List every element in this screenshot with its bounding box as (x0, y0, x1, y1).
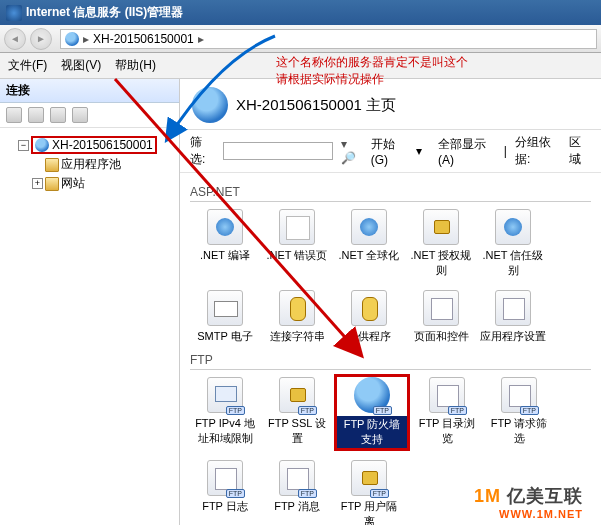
feature-item[interactable]: FTPFTP 请求筛选 (484, 374, 554, 451)
folder-icon (45, 158, 59, 172)
feature-item[interactable]: .NET 信任级别 (478, 206, 548, 281)
feature-label: 应用程序设置 (480, 329, 546, 344)
ftp-badge-icon: FTP (298, 489, 317, 498)
feature-item[interactable]: .NET 编译 (190, 206, 260, 281)
folder-icon (45, 177, 59, 191)
feature-label: FTP 用户隔离 (336, 499, 402, 525)
feature-label: FTP 目录浏览 (414, 416, 480, 446)
chevron-right-icon: ▸ (198, 32, 204, 46)
ftp-badge-icon: FTP (520, 406, 539, 415)
window-title: Internet 信息服务 (IIS)管理器 (26, 4, 183, 21)
window-titlebar: Internet 信息服务 (IIS)管理器 (0, 0, 601, 25)
toolbar-button[interactable] (28, 107, 44, 123)
feature-label: .NET 全球化 (336, 248, 402, 263)
feature-label: SMTP 电子 (192, 329, 258, 344)
server-home-icon (192, 87, 228, 123)
tree-node-app-pools[interactable]: 应用程序池 (32, 156, 175, 173)
toolbar-button[interactable] (50, 107, 66, 123)
connections-toolbar (0, 103, 179, 128)
feature-item[interactable]: FTPFTP 用户隔离 (334, 457, 404, 525)
content-pane: XH-201506150001 主页 筛选: ▾ 🔎 开始(G) ▾ 全部显示(… (180, 79, 601, 525)
filter-toolbar: 筛选: ▾ 🔎 开始(G) ▾ 全部显示(A) | 分组依据: 区域 (180, 130, 601, 173)
nav-back-button[interactable]: ◄ (4, 28, 26, 50)
feature-label: FTP 日志 (192, 499, 258, 514)
filter-input[interactable] (223, 142, 333, 160)
feature-item[interactable]: .NET 全球化 (334, 206, 404, 281)
page-header: XH-201506150001 主页 (180, 79, 601, 130)
app-icon (6, 5, 22, 21)
toolbar-button[interactable] (6, 107, 22, 123)
feature-label: .NET 错误页 (264, 248, 330, 263)
feature-label: 页面和控件 (408, 329, 474, 344)
feature-item[interactable]: 连接字符串 (262, 287, 332, 347)
feature-item[interactable]: FTPFTP 日志 (190, 457, 260, 525)
feature-label: FTP SSL 设置 (264, 416, 330, 446)
server-icon (35, 138, 49, 152)
nav-forward-button[interactable]: ► (30, 28, 52, 50)
menu-view[interactable]: 视图(V) (61, 57, 101, 74)
expand-icon[interactable]: + (32, 178, 43, 189)
breadcrumb-node: XH-201506150001 (93, 32, 194, 46)
ftp-badge-icon: FTP (373, 406, 392, 415)
chevron-right-icon: ▸ (83, 32, 89, 46)
breadcrumb[interactable]: ▸ XH-201506150001 ▸ (60, 29, 597, 49)
filter-label: 筛选: (190, 134, 215, 168)
feature-label: FTP 请求筛选 (486, 416, 552, 446)
feature-item[interactable]: 页面和控件 (406, 287, 476, 347)
feature-label: 提供程序 (336, 329, 402, 344)
connections-tree: − XH-201506150001 应用程序池 + 网站 (0, 128, 179, 200)
ftp-badge-icon: FTP (226, 406, 245, 415)
feature-label: .NET 信任级别 (480, 248, 546, 278)
go-button[interactable]: 开始(G) (371, 136, 408, 167)
feature-item[interactable]: 提供程序 (334, 287, 404, 347)
group-aspnet: ASP.NET (190, 185, 591, 202)
ftp-badge-icon: FTP (448, 406, 467, 415)
feature-item[interactable]: FTPFTP IPv4 地址和域限制 (190, 374, 260, 451)
menu-file[interactable]: 文件(F) (8, 57, 47, 74)
feature-label: .NET 授权规则 (408, 248, 474, 278)
group-ftp: FTP (190, 353, 591, 370)
ftp-badge-icon: FTP (226, 489, 245, 498)
tree-node-sites[interactable]: + 网站 (32, 175, 175, 192)
nav-toolbar: ◄ ► ▸ XH-201506150001 ▸ (0, 25, 601, 53)
feature-item[interactable]: SMTP 电子 (190, 287, 260, 347)
menu-help[interactable]: 帮助(H) (115, 57, 156, 74)
feature-item[interactable]: .NET 错误页 (262, 206, 332, 281)
feature-item[interactable]: .NET 授权规则 (406, 206, 476, 281)
connections-pane: 连接 − XH-201506150001 应用程序池 + (0, 79, 180, 525)
tree-node-server[interactable]: − XH-201506150001 (18, 136, 175, 154)
feature-label: .NET 编译 (192, 248, 258, 263)
feature-item[interactable]: 应用程序设置 (478, 287, 548, 347)
feature-item[interactable]: FTPFTP 防火墙支持 (334, 374, 410, 451)
groupby-value[interactable]: 区域 (569, 134, 591, 168)
feature-list: ASP.NET .NET 编译.NET 错误页.NET 全球化.NET 授权规则… (180, 173, 601, 525)
feature-item[interactable]: FTPFTP 目录浏览 (412, 374, 482, 451)
ftp-badge-icon: FTP (370, 489, 389, 498)
show-all-button[interactable]: 全部显示(A) (438, 136, 496, 167)
page-title: XH-201506150001 主页 (236, 96, 396, 115)
tree-label: 应用程序池 (61, 156, 121, 173)
feature-label: 连接字符串 (264, 329, 330, 344)
collapse-icon[interactable]: − (18, 140, 29, 151)
connections-header: 连接 (0, 79, 179, 103)
feature-item[interactable]: FTPFTP 消息 (262, 457, 332, 525)
feature-label: FTP IPv4 地址和域限制 (192, 416, 258, 446)
tree-label: 网站 (61, 175, 85, 192)
groupby-label: 分组依据: (515, 134, 561, 168)
feature-label: FTP 消息 (264, 499, 330, 514)
ftp-badge-icon: FTP (298, 406, 317, 415)
feature-item[interactable]: FTPFTP SSL 设置 (262, 374, 332, 451)
server-icon (65, 32, 79, 46)
feature-label: FTP 防火墙支持 (337, 416, 407, 448)
toolbar-button[interactable] (72, 107, 88, 123)
tree-label-server: XH-201506150001 (52, 138, 153, 152)
